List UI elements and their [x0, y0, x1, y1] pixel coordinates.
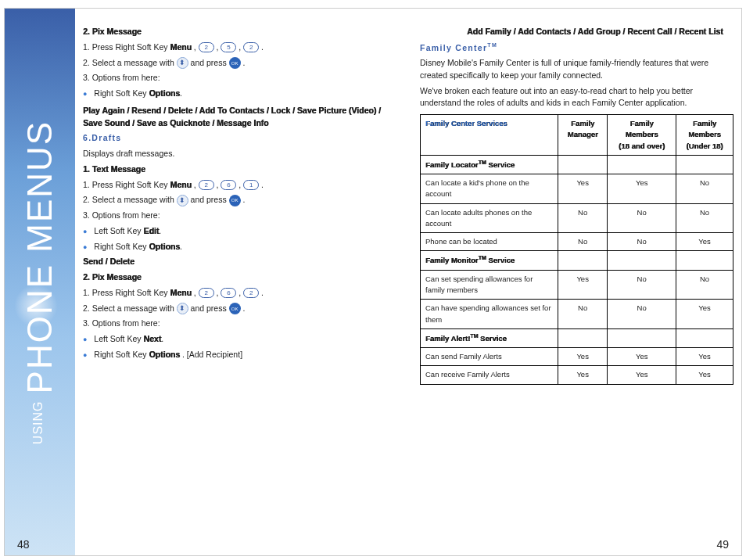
fc-para-1: Disney Mobile's Family Center is full of… [420, 57, 733, 82]
svc-monitor: Family MonitorTM Service [421, 251, 558, 270]
col-members-adult: Family Members (18 and over) [608, 115, 676, 156]
table-row: Can locate a kid's phone on the account … [421, 174, 733, 204]
fc-para-2: We've broken each feature out into an ea… [420, 85, 733, 110]
col-members-kid: Family Members (Under 18) [676, 115, 733, 156]
nav-key-icon: ⬍ [177, 195, 188, 206]
table-row: Can receive Family Alerts Yes Yes Yes [421, 366, 733, 384]
col-services: Family Center Services [421, 115, 558, 156]
pix2-step-2: 2. Select a message with ⬍ and press OK … [83, 303, 396, 315]
ok-key-icon: OK [229, 57, 241, 69]
pix2-step-1: 1. Press Right Soft Key Menu , 2 , 6 , 2… [83, 287, 396, 300]
add-family-list: Add Family / Add Contacts / Add Group / … [467, 26, 733, 38]
chapter-spine: USING PHONE MENUS [5, 9, 75, 555]
table-row: Phone can be located No No Yes [421, 233, 733, 251]
pix-step-1: 1. Press Right Soft Key Menu , 2 , 5 , 2… [83, 41, 396, 54]
section-drafts: 6.Drafts [83, 132, 396, 145]
nav-key-icon: ⬍ [177, 303, 188, 314]
key-6-icon: 6 [221, 180, 236, 190]
ok-key-icon: OK [229, 303, 241, 314]
txt-opt-edit: Left Soft Key Edit. [83, 225, 396, 238]
heading-pix-message-2: 2. Pix Message [83, 271, 396, 284]
key-5-icon: 5 [221, 42, 236, 52]
page-number-right: 49 [716, 538, 729, 551]
key-1-icon: 1 [243, 180, 259, 190]
table-row: Can locate adults phones on the account … [421, 203, 733, 233]
nav-key-icon: ⬍ [177, 57, 188, 69]
pix-opt-1: Right Soft Key Options. [83, 88, 396, 100]
pix2-opt-options: Right Soft Key Options . [Add Recipient] [83, 349, 396, 361]
txt-step-3: 3. Options from here: [83, 210, 396, 222]
col-manager: Family Manager [558, 115, 608, 156]
table-row: Can send Family Alerts Yes Yes Yes [421, 348, 733, 366]
txt-submenu: Send / Delete [83, 256, 396, 268]
spine-prefix: USING [31, 400, 45, 444]
heading-pix-message: 2. Pix Message [83, 26, 396, 38]
key-2-icon: 2 [243, 288, 259, 298]
page-number-left: 48 [17, 538, 30, 551]
ok-key-icon: OK [229, 195, 241, 206]
section-family-center: Family CenterTM [420, 41, 733, 54]
spine-title: PHONE MENUS [20, 120, 59, 393]
page-frame: USING PHONE MENUS 2. Pix Message 1. Pres… [4, 8, 742, 556]
svc-alert: Family Alert!TM Service [421, 328, 558, 347]
txt-step-1: 1. Press Right Soft Key Menu , 2 , 6 , 1… [83, 179, 396, 192]
drafts-desc: Displays draft messages. [83, 148, 396, 160]
content-columns: 2. Pix Message 1. Press Right Soft Key M… [83, 23, 733, 532]
family-center-table: Family Center Services Family Manager Fa… [420, 114, 733, 385]
heading-text-message: 1. Text Message [83, 163, 396, 176]
key-2-icon: 2 [243, 42, 259, 52]
txt-step-2: 2. Select a message with ⬍ and press OK … [83, 194, 396, 206]
table-row: Can set spending allowances for family m… [421, 270, 733, 300]
txt-opt-options: Right Soft Key Options. [83, 241, 396, 253]
table-row: Can have spending allowances set for the… [421, 300, 733, 329]
pix2-opt-next: Left Soft Key Next. [83, 333, 396, 346]
right-column: Add Family / Add Contacts / Add Group / … [420, 23, 733, 532]
left-column: 2. Pix Message 1. Press Right Soft Key M… [83, 23, 396, 532]
key-2-icon: 2 [199, 42, 214, 52]
pix-step-2: 2. Select a message with ⬍ and press OK … [83, 57, 396, 70]
table-header-row: Family Center Services Family Manager Fa… [421, 115, 733, 156]
key-2-icon: 2 [199, 180, 214, 190]
pix-step-3: 3. Options from here: [83, 72, 396, 84]
pix-submenu: Play Again / Resend / Delete / Add To Co… [83, 105, 396, 130]
key-2-icon: 2 [199, 288, 214, 298]
svc-locator: Family LocatorTM Service [421, 155, 558, 174]
pix2-step-3: 3. Options from here: [83, 318, 396, 330]
key-6-icon: 6 [221, 288, 236, 298]
